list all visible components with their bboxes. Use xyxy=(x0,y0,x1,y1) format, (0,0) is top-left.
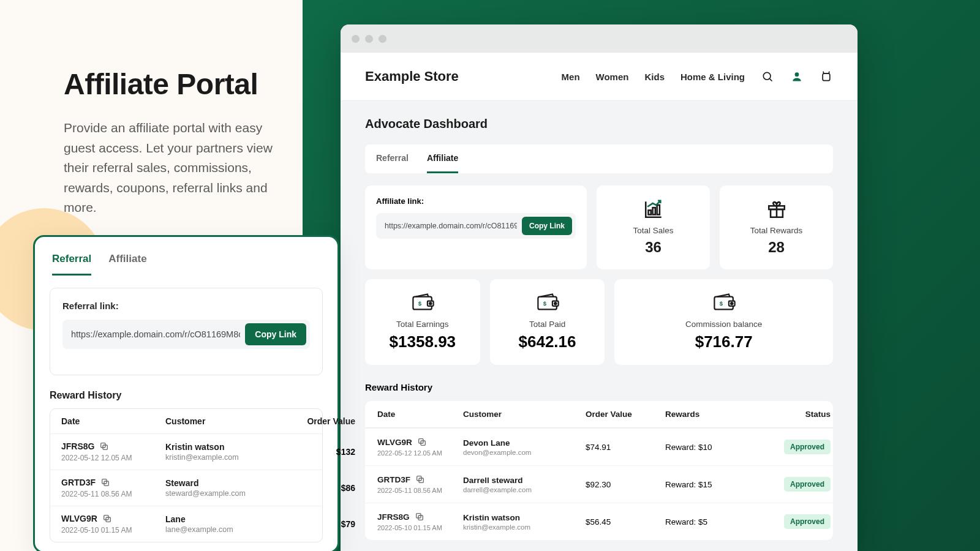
copy-icon[interactable] xyxy=(417,437,427,447)
customer-name: Kristin watson xyxy=(165,442,294,452)
referral-code: JFRS8G xyxy=(61,441,165,451)
col-date: Date xyxy=(61,416,165,426)
window-dot xyxy=(365,35,373,43)
window-dot xyxy=(352,35,360,43)
reward-value: Reward: $15 xyxy=(665,480,763,489)
row-date: 2022-05-11 08.56 AM xyxy=(61,490,165,498)
total-rewards-card: Total Rewards 28 xyxy=(720,186,833,269)
store-nav: Men Women Kids Home & Living xyxy=(562,70,833,83)
table-header: Date Customer Order Value Rewards Status xyxy=(365,401,833,428)
total-paid-card: $ Total Paid $642.16 xyxy=(490,279,605,365)
col-customer: Customer xyxy=(463,410,586,419)
referral-link-label: Referral link: xyxy=(62,301,310,311)
svg-text:$: $ xyxy=(719,300,723,307)
status-badge: Approved xyxy=(784,440,831,454)
gift-icon xyxy=(766,199,787,220)
order-value: $92.30 xyxy=(586,480,665,489)
customer-email: lane@example.com xyxy=(165,525,294,534)
copy-icon[interactable] xyxy=(99,441,109,451)
total-sales-value: 36 xyxy=(645,239,662,256)
nav-home-living[interactable]: Home & Living xyxy=(680,72,745,82)
nav-women[interactable]: Women xyxy=(596,72,629,82)
table-row: JFRS8G 2022-05-12 12.05 AMKristin watson… xyxy=(50,434,322,470)
referral-portal-card: Referral Affiliate Referral link: https:… xyxy=(33,235,339,551)
col-date: Date xyxy=(377,410,463,419)
col-order-value: Order Value xyxy=(294,416,355,426)
reward-history-table: Date Customer Order Value Rewards Status… xyxy=(365,401,833,540)
affiliate-link-input[interactable]: https://example.domain.com/r/cO81169M8c xyxy=(385,222,517,230)
total-earnings-card: $ Total Earnings $1358.93 xyxy=(365,279,480,365)
svg-point-26 xyxy=(731,302,733,304)
copy-icon[interactable] xyxy=(415,474,425,484)
referral-link-row: https://example.domain.com/r/cO81169M8c … xyxy=(62,320,310,349)
copy-icon[interactable] xyxy=(415,512,424,522)
table-row: WLVG9R 2022-05-12 12.05 AMDevon Lanedevo… xyxy=(365,428,833,465)
row-date: 2022-05-11 08.56 AM xyxy=(377,487,463,494)
row-date: 2022-05-12 12.05 AM xyxy=(61,454,165,462)
affiliate-link-card: Affiliate link: https://example.domain.c… xyxy=(365,186,587,269)
reward-value: Reward: $10 xyxy=(665,443,763,452)
customer-name: Devon Lane xyxy=(463,438,586,448)
svg-rect-10 xyxy=(648,210,650,214)
svg-point-18 xyxy=(429,302,431,304)
search-icon[interactable] xyxy=(761,70,774,83)
svg-point-22 xyxy=(554,302,556,304)
dashboard-tabs: Referral Affiliate xyxy=(365,144,833,173)
store-name: Example Store xyxy=(365,69,459,84)
nav-kids[interactable]: Kids xyxy=(644,72,665,82)
svg-point-6 xyxy=(763,72,771,80)
table-header: Date Customer Order Value xyxy=(50,409,322,434)
cart-icon[interactable] xyxy=(820,70,833,83)
order-value: $132 xyxy=(294,447,355,457)
svg-text:$: $ xyxy=(418,300,422,307)
col-customer: Customer xyxy=(165,416,294,426)
dashboard-title: Advocate Dashboard xyxy=(365,117,833,131)
table-row: JFRS8G 2022-05-10 01.15 AMKristin watson… xyxy=(365,503,833,540)
tab-affiliate[interactable]: Affiliate xyxy=(108,253,146,276)
customer-email: steward@example.com xyxy=(165,489,294,498)
total-sales-label: Total Sales xyxy=(633,226,673,235)
order-value: $79 xyxy=(294,519,355,529)
stats-row-1: Affiliate link: https://example.domain.c… xyxy=(365,186,833,269)
referral-link-card: Referral link: https://example.domain.co… xyxy=(50,288,323,375)
commission-balance-label: Commission balance xyxy=(685,320,762,329)
table-row: GRTD3F 2022-05-11 08.56 AMDarrell stewar… xyxy=(365,465,833,503)
referral-link-input[interactable]: https://example.domain.com/r/cO81169M8c xyxy=(71,329,240,339)
referral-code: WLVG9R xyxy=(377,437,463,447)
store-header: Example Store Men Women Kids Home & Livi… xyxy=(341,53,858,101)
customer-name: Steward xyxy=(165,478,294,488)
table-row: WLVG9R 2022-05-10 01.15 AMLanelane@examp… xyxy=(50,506,322,542)
status-badge: Approved xyxy=(784,514,831,529)
wallet-icon: $ xyxy=(412,293,433,313)
customer-name: Darrell steward xyxy=(463,476,586,485)
dashboard-body: Advocate Dashboard Referral Affiliate Af… xyxy=(341,101,858,551)
copy-link-button[interactable]: Copy Link xyxy=(245,323,306,345)
reward-history-title: Reward History xyxy=(365,382,833,392)
nav-men[interactable]: Men xyxy=(562,72,580,82)
col-order-value: Order Value xyxy=(586,410,665,419)
referral-code: GRTD3F xyxy=(61,478,165,487)
browser-window: Example Store Men Women Kids Home & Livi… xyxy=(341,24,858,551)
user-icon[interactable] xyxy=(790,70,804,83)
customer-email: kristin@example.com xyxy=(165,453,294,462)
order-value: $56.45 xyxy=(586,517,665,527)
dash-tab-affiliate[interactable]: Affiliate xyxy=(427,144,458,173)
copy-link-button[interactable]: Copy Link xyxy=(522,217,572,235)
svg-line-7 xyxy=(770,79,772,81)
svg-rect-11 xyxy=(652,208,655,214)
referral-code: WLVG9R xyxy=(61,514,165,523)
affiliate-link-row: https://example.domain.com/r/cO81169M8c … xyxy=(376,213,576,239)
tab-referral[interactable]: Referral xyxy=(52,253,91,276)
reward-history-title: Reward History xyxy=(50,390,323,401)
svg-text:$: $ xyxy=(543,300,546,307)
customer-email: darrell@example.com xyxy=(463,486,586,493)
copy-icon[interactable] xyxy=(100,478,110,487)
copy-icon[interactable] xyxy=(102,514,112,523)
customer-name: Kristin watson xyxy=(463,513,586,522)
total-rewards-label: Total Rewards xyxy=(750,226,803,235)
affiliate-link-label: Affiliate link: xyxy=(376,197,576,206)
hero-description: Provide an affiliate portal with easy gu… xyxy=(64,118,278,218)
table-row: GRTD3F 2022-05-11 08.56 AMStewardsteward… xyxy=(50,470,322,506)
dash-tab-referral[interactable]: Referral xyxy=(376,144,409,173)
customer-email: kristin@example.com xyxy=(463,523,586,531)
